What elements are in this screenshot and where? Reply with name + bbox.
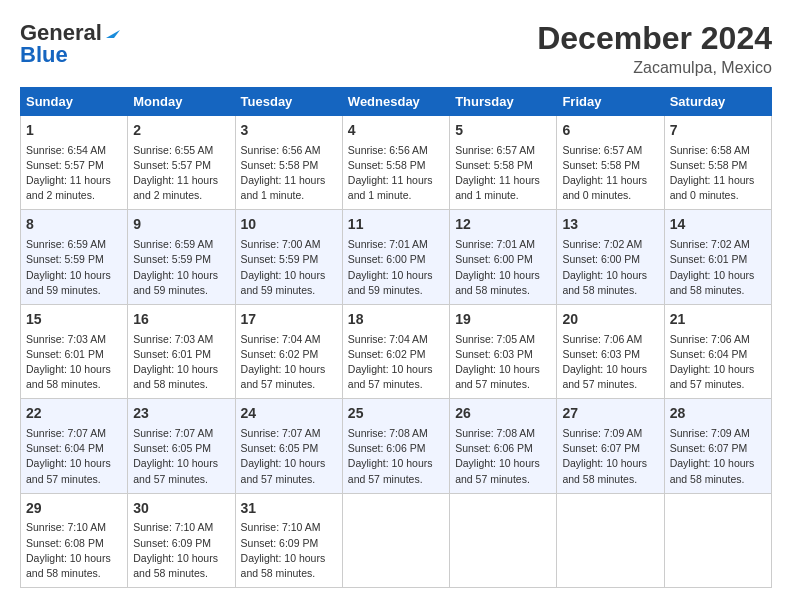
calendar-cell-16: 16 Sunrise: 7:03 AM Sunset: 6:01 PM Dayl… xyxy=(128,304,235,398)
day-info: Sunrise: 6:58 AM Sunset: 5:58 PM Dayligh… xyxy=(670,143,766,204)
calendar-cell-12: 12 Sunrise: 7:01 AM Sunset: 6:00 PM Dayl… xyxy=(450,210,557,304)
calendar-cell-4: 4 Sunrise: 6:56 AM Sunset: 5:58 PM Dayli… xyxy=(342,116,449,210)
calendar-cell-8: 8 Sunrise: 6:59 AM Sunset: 5:59 PM Dayli… xyxy=(21,210,128,304)
calendar-cell-2: 2 Sunrise: 6:55 AM Sunset: 5:57 PM Dayli… xyxy=(128,116,235,210)
day-info: Sunrise: 7:09 AM Sunset: 6:07 PM Dayligh… xyxy=(670,426,766,487)
day-info: Sunrise: 6:55 AM Sunset: 5:57 PM Dayligh… xyxy=(133,143,229,204)
calendar-cell-7: 7 Sunrise: 6:58 AM Sunset: 5:58 PM Dayli… xyxy=(664,116,771,210)
day-number: 23 xyxy=(133,404,229,424)
day-info: Sunrise: 7:03 AM Sunset: 6:01 PM Dayligh… xyxy=(133,332,229,393)
calendar-cell-5: 5 Sunrise: 6:57 AM Sunset: 5:58 PM Dayli… xyxy=(450,116,557,210)
calendar-cell-30: 30 Sunrise: 7:10 AM Sunset: 6:09 PM Dayl… xyxy=(128,493,235,587)
calendar-cell-20: 20 Sunrise: 7:06 AM Sunset: 6:03 PM Dayl… xyxy=(557,304,664,398)
day-info: Sunrise: 7:01 AM Sunset: 6:00 PM Dayligh… xyxy=(348,237,444,298)
day-number: 29 xyxy=(26,499,122,519)
day-info: Sunrise: 7:06 AM Sunset: 6:03 PM Dayligh… xyxy=(562,332,658,393)
calendar-week-row: 29 Sunrise: 7:10 AM Sunset: 6:08 PM Dayl… xyxy=(21,493,772,587)
day-number: 10 xyxy=(241,215,337,235)
day-info: Sunrise: 6:56 AM Sunset: 5:58 PM Dayligh… xyxy=(241,143,337,204)
calendar-cell-14: 14 Sunrise: 7:02 AM Sunset: 6:01 PM Dayl… xyxy=(664,210,771,304)
header-sunday: Sunday xyxy=(21,88,128,116)
day-info: Sunrise: 7:08 AM Sunset: 6:06 PM Dayligh… xyxy=(348,426,444,487)
month-title: December 2024 xyxy=(537,20,772,57)
day-number: 6 xyxy=(562,121,658,141)
calendar-cell-28: 28 Sunrise: 7:09 AM Sunset: 6:07 PM Dayl… xyxy=(664,399,771,493)
calendar-cell-22: 22 Sunrise: 7:07 AM Sunset: 6:04 PM Dayl… xyxy=(21,399,128,493)
day-number: 16 xyxy=(133,310,229,330)
calendar-cell-empty xyxy=(342,493,449,587)
day-info: Sunrise: 7:02 AM Sunset: 6:00 PM Dayligh… xyxy=(562,237,658,298)
day-info: Sunrise: 6:59 AM Sunset: 5:59 PM Dayligh… xyxy=(133,237,229,298)
day-number: 3 xyxy=(241,121,337,141)
day-number: 17 xyxy=(241,310,337,330)
day-number: 12 xyxy=(455,215,551,235)
day-info: Sunrise: 7:10 AM Sunset: 6:08 PM Dayligh… xyxy=(26,520,122,581)
day-number: 27 xyxy=(562,404,658,424)
calendar-week-row: 8 Sunrise: 6:59 AM Sunset: 5:59 PM Dayli… xyxy=(21,210,772,304)
calendar-cell-17: 17 Sunrise: 7:04 AM Sunset: 6:02 PM Dayl… xyxy=(235,304,342,398)
day-info: Sunrise: 7:04 AM Sunset: 6:02 PM Dayligh… xyxy=(348,332,444,393)
calendar-cell-10: 10 Sunrise: 7:00 AM Sunset: 5:59 PM Dayl… xyxy=(235,210,342,304)
header-thursday: Thursday xyxy=(450,88,557,116)
day-number: 18 xyxy=(348,310,444,330)
svg-marker-0 xyxy=(106,30,120,38)
calendar-cell-3: 3 Sunrise: 6:56 AM Sunset: 5:58 PM Dayli… xyxy=(235,116,342,210)
day-number: 19 xyxy=(455,310,551,330)
day-info: Sunrise: 6:54 AM Sunset: 5:57 PM Dayligh… xyxy=(26,143,122,204)
header-wednesday: Wednesday xyxy=(342,88,449,116)
calendar-cell-13: 13 Sunrise: 7:02 AM Sunset: 6:00 PM Dayl… xyxy=(557,210,664,304)
day-info: Sunrise: 7:09 AM Sunset: 6:07 PM Dayligh… xyxy=(562,426,658,487)
day-number: 4 xyxy=(348,121,444,141)
header-saturday: Saturday xyxy=(664,88,771,116)
day-info: Sunrise: 7:01 AM Sunset: 6:00 PM Dayligh… xyxy=(455,237,551,298)
day-info: Sunrise: 7:07 AM Sunset: 6:05 PM Dayligh… xyxy=(241,426,337,487)
day-number: 13 xyxy=(562,215,658,235)
day-number: 15 xyxy=(26,310,122,330)
day-info: Sunrise: 6:57 AM Sunset: 5:58 PM Dayligh… xyxy=(455,143,551,204)
logo-triangle-icon xyxy=(104,22,122,40)
day-info: Sunrise: 7:07 AM Sunset: 6:04 PM Dayligh… xyxy=(26,426,122,487)
day-info: Sunrise: 6:59 AM Sunset: 5:59 PM Dayligh… xyxy=(26,237,122,298)
day-number: 14 xyxy=(670,215,766,235)
calendar-cell-31: 31 Sunrise: 7:10 AM Sunset: 6:09 PM Dayl… xyxy=(235,493,342,587)
day-number: 31 xyxy=(241,499,337,519)
day-number: 28 xyxy=(670,404,766,424)
day-number: 25 xyxy=(348,404,444,424)
day-info: Sunrise: 6:56 AM Sunset: 5:58 PM Dayligh… xyxy=(348,143,444,204)
calendar-cell-19: 19 Sunrise: 7:05 AM Sunset: 6:03 PM Dayl… xyxy=(450,304,557,398)
day-number: 21 xyxy=(670,310,766,330)
day-info: Sunrise: 7:08 AM Sunset: 6:06 PM Dayligh… xyxy=(455,426,551,487)
day-number: 1 xyxy=(26,121,122,141)
weekday-header-row: Sunday Monday Tuesday Wednesday Thursday… xyxy=(21,88,772,116)
logo: General Blue xyxy=(20,20,122,68)
day-number: 22 xyxy=(26,404,122,424)
calendar-cell-29: 29 Sunrise: 7:10 AM Sunset: 6:08 PM Dayl… xyxy=(21,493,128,587)
header-tuesday: Tuesday xyxy=(235,88,342,116)
calendar-cell-empty xyxy=(664,493,771,587)
day-number: 20 xyxy=(562,310,658,330)
title-section: December 2024 Zacamulpa, Mexico xyxy=(537,20,772,77)
day-info: Sunrise: 7:10 AM Sunset: 6:09 PM Dayligh… xyxy=(241,520,337,581)
calendar-cell-26: 26 Sunrise: 7:08 AM Sunset: 6:06 PM Dayl… xyxy=(450,399,557,493)
calendar-cell-21: 21 Sunrise: 7:06 AM Sunset: 6:04 PM Dayl… xyxy=(664,304,771,398)
day-number: 30 xyxy=(133,499,229,519)
day-number: 26 xyxy=(455,404,551,424)
calendar-week-row: 15 Sunrise: 7:03 AM Sunset: 6:01 PM Dayl… xyxy=(21,304,772,398)
day-number: 5 xyxy=(455,121,551,141)
day-number: 7 xyxy=(670,121,766,141)
day-info: Sunrise: 7:05 AM Sunset: 6:03 PM Dayligh… xyxy=(455,332,551,393)
day-number: 24 xyxy=(241,404,337,424)
day-info: Sunrise: 7:07 AM Sunset: 6:05 PM Dayligh… xyxy=(133,426,229,487)
day-info: Sunrise: 7:10 AM Sunset: 6:09 PM Dayligh… xyxy=(133,520,229,581)
calendar-cell-23: 23 Sunrise: 7:07 AM Sunset: 6:05 PM Dayl… xyxy=(128,399,235,493)
calendar-cell-18: 18 Sunrise: 7:04 AM Sunset: 6:02 PM Dayl… xyxy=(342,304,449,398)
day-info: Sunrise: 7:03 AM Sunset: 6:01 PM Dayligh… xyxy=(26,332,122,393)
page-container: General Blue December 2024 Zacamulpa, Me… xyxy=(20,20,772,588)
calendar-cell-25: 25 Sunrise: 7:08 AM Sunset: 6:06 PM Dayl… xyxy=(342,399,449,493)
day-info: Sunrise: 7:02 AM Sunset: 6:01 PM Dayligh… xyxy=(670,237,766,298)
calendar-cell-27: 27 Sunrise: 7:09 AM Sunset: 6:07 PM Dayl… xyxy=(557,399,664,493)
day-info: Sunrise: 7:04 AM Sunset: 6:02 PM Dayligh… xyxy=(241,332,337,393)
header: General Blue December 2024 Zacamulpa, Me… xyxy=(20,20,772,77)
header-friday: Friday xyxy=(557,88,664,116)
calendar-cell-6: 6 Sunrise: 6:57 AM Sunset: 5:58 PM Dayli… xyxy=(557,116,664,210)
